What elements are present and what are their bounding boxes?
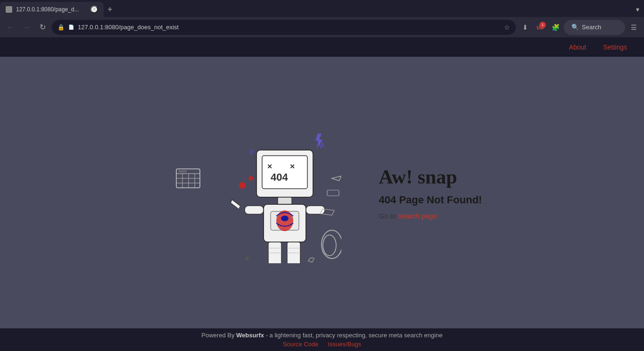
footer-tagline: Powered By Websurfx - a lightening fast,… <box>201 332 442 339</box>
menu-icon: ☰ <box>631 24 637 31</box>
error-message: Go to search page <box>379 212 482 220</box>
tab-bar: 127.0.0.1:8080/page_d... × + ▾ <box>0 0 644 17</box>
reload-icon: ↻ <box>40 23 46 32</box>
footer: Powered By Websurfx - a lightening fast,… <box>0 328 644 351</box>
ublock-button[interactable]: uD 1 <box>534 21 547 34</box>
forward-icon: → <box>23 23 30 32</box>
download-icon: ⬇ <box>522 24 528 31</box>
about-link[interactable]: About <box>561 41 594 54</box>
nav-links: About Settings <box>561 41 635 54</box>
tab-favicon <box>6 6 12 13</box>
menu-button[interactable]: ☰ <box>627 21 640 34</box>
error-subheadline: 404 Page Not Found! <box>379 194 482 206</box>
error-message-prefix: Go to <box>379 212 398 220</box>
tab-close-button[interactable]: × <box>91 6 98 13</box>
tabs-dropdown-button[interactable]: ▾ <box>631 2 644 17</box>
search-label: Search <box>582 24 601 31</box>
source-code-link[interactable]: Source Code <box>283 341 319 348</box>
download-button[interactable]: ⬇ <box>519 21 532 34</box>
svg-point-0 <box>7 7 11 12</box>
search-icon: 🔍 <box>571 24 579 31</box>
footer-brand: Websurfx <box>236 332 264 339</box>
svg-rect-35 <box>327 190 339 196</box>
forward-button[interactable]: → <box>20 21 33 34</box>
browser-chrome: 127.0.0.1:8080/page_d... × + ▾ ← → ↻ 🔒 📄… <box>0 0 644 38</box>
svg-text:00|{0}!: 00|{0}! <box>179 170 187 173</box>
footer-links: Source Code Issues/Bugs <box>283 341 362 348</box>
extensions-icon: 🧩 <box>552 24 560 31</box>
app-navbar: About Settings <box>0 38 644 57</box>
svg-text:✕: ✕ <box>267 163 272 170</box>
page-info-icon: 📄 <box>68 25 74 30</box>
address-bar-container: 🔒 📄 ☆ <box>52 20 516 35</box>
svg-rect-21 <box>245 206 264 214</box>
reload-button[interactable]: ↻ <box>36 21 49 34</box>
robot-illustration: 00|{0}! ✕ ✕ 404 <box>162 122 341 263</box>
error-text-section: Aw! snap 404 Page Not Found! Go to searc… <box>379 166 482 220</box>
tab-title: 127.0.0.1:8080/page_d... <box>16 6 87 13</box>
error-headline: Aw! snap <box>379 166 482 188</box>
footer-text-suffix: - a lightening fast, privacy respecting,… <box>264 332 443 339</box>
search-page-link[interactable]: search page <box>398 212 437 220</box>
ublock-badge: 1 <box>539 22 546 28</box>
robot-svg: 00|{0}! ✕ ✕ 404 <box>162 122 341 263</box>
active-tab: 127.0.0.1:8080/page_d... × <box>0 2 104 17</box>
svg-point-31 <box>239 182 246 189</box>
address-bar[interactable] <box>78 24 500 31</box>
new-tab-button[interactable]: + <box>104 2 116 17</box>
svg-point-36 <box>322 230 341 259</box>
search-button[interactable]: 🔍 Search <box>564 20 625 35</box>
toolbar: ← → ↻ 🔒 📄 ☆ ⬇ uD 1 🧩 🔍 <box>0 17 644 38</box>
security-icon: 🔒 <box>58 24 65 31</box>
bookmark-button[interactable]: ☆ <box>504 24 510 31</box>
svg-point-32 <box>248 176 253 181</box>
back-icon: ← <box>7 23 14 32</box>
back-button[interactable]: ← <box>4 21 17 34</box>
main-content: 00|{0}! ✕ ✕ 404 <box>0 57 644 328</box>
svg-point-34 <box>245 257 249 260</box>
svg-text:#: # <box>249 148 254 156</box>
svg-point-37 <box>323 235 336 256</box>
svg-text:404: 404 <box>271 171 288 183</box>
settings-link[interactable]: Settings <box>595 41 635 54</box>
issues-link[interactable]: Issues/Bugs <box>328 341 362 348</box>
footer-text-prefix: Powered By <box>201 332 236 339</box>
toolbar-right: ⬇ uD 1 🧩 🔍 Search ☰ <box>519 20 640 35</box>
svg-text:✕: ✕ <box>289 163 295 170</box>
extensions-button[interactable]: 🧩 <box>549 21 562 34</box>
svg-rect-16 <box>278 197 292 204</box>
svg-point-20 <box>281 216 289 221</box>
